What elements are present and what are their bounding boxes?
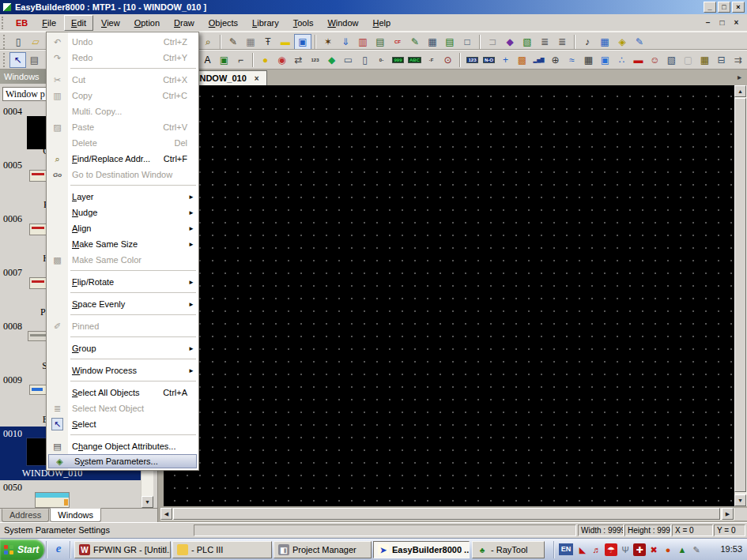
task-plc[interactable]: - PLC III [172,541,272,558]
scroll-down-icon[interactable]: ▼ [141,496,153,508]
menu-item-select[interactable]: ↖Select [47,416,198,432]
menu-item-flip-rotate[interactable]: Flip/Rotate► [47,274,198,290]
menu-item-layer[interactable]: Layer► [47,189,198,205]
menu-edit[interactable]: Edit [64,15,93,31]
recipe-table-icon[interactable]: ▤ [441,34,458,50]
canvas-vscroll-thumb[interactable] [734,98,746,492]
canvas-vscrollbar[interactable]: ▲ ▼ [734,85,747,506]
minimize-button[interactable]: _ [704,2,716,13]
menu-window[interactable]: Window [321,16,364,30]
scroll-up-icon[interactable]: ▲ [734,85,746,97]
library-bag-icon[interactable]: ◆ [501,34,519,50]
task-raytool[interactable]: ♣- RayTool [472,541,545,558]
language-indicator[interactable]: EN [559,543,573,555]
menu-item-window-process[interactable]: Window Process► [47,363,198,378]
shape-object-icon[interactable]: ⌐ [232,52,249,68]
internet-explorer-icon[interactable]: e [51,542,66,558]
cpu-settings-icon[interactable]: ▦ [424,34,441,50]
set-word-icon[interactable]: 123 [307,52,323,68]
monitor-view-icon[interactable]: □ [458,34,476,50]
numeric-display-icon[interactable]: 999 [390,52,406,68]
antivirus-umbrella-icon[interactable]: ☂ [605,543,617,556]
menu-option[interactable]: Option [128,16,166,30]
history-data-icon[interactable]: ▦ [580,52,597,68]
compile-icon[interactable]: ✶ [319,34,337,50]
tab-scroll-right-icon[interactable]: ▸ [738,73,741,81]
online-simulation-icon[interactable]: ▥ [354,34,372,50]
menu-item-nudge[interactable]: Nudge► [47,205,198,220]
menu-eb[interactable]: EB [9,16,34,30]
scroll-down-icon[interactable]: ▼ [734,494,746,506]
function-switch-icon[interactable]: ◆ [323,52,340,68]
toolbar-grip[interactable] [3,53,6,67]
start-button[interactable]: Start [0,539,44,560]
graphics-suite-icon[interactable]: ◣ [576,543,589,556]
menu-item-select-all-objects[interactable]: Select All ObjectsCtrl+A [47,385,198,400]
numeric-input-icon[interactable]: 123 [464,52,481,68]
event-display-icon[interactable]: ▧ [663,52,680,68]
menu-item-group[interactable]: Group► [47,340,198,356]
menu-file[interactable]: File [36,16,62,30]
scroll-left-icon[interactable]: ◀ [160,508,172,520]
macro-icon[interactable]: ✎ [406,34,424,50]
menu-item-system-parameters[interactable]: ◈System Parameters... [48,454,197,468]
menu-item-find-replace-addr[interactable]: ⌕Find/Replace Addr...Ctrl+F [47,151,198,167]
panel-tab-windows[interactable]: Windows [50,508,101,522]
trend-display-icon[interactable]: ≈ [564,52,580,68]
task-fpwin[interactable]: WFPWIN GR - [Untitl... [74,541,171,558]
pointer-tool-icon[interactable]: ✎ [690,543,703,556]
label-library-icon[interactable]: ▦ [596,34,613,50]
address-find-icon[interactable]: ⌕ [199,34,217,50]
picture-library-icon[interactable]: ▧ [519,34,536,50]
word-lamp-icon[interactable]: ◉ [274,52,290,68]
menu-view[interactable]: View [95,16,126,30]
alarm-bar-icon[interactable]: ▬ [630,52,647,68]
task-project-manager[interactable]: ◧Project Manager [274,541,372,558]
safely-remove-icon[interactable]: ▲ [676,543,689,556]
layers-icon[interactable]: ▣ [294,34,311,50]
direct-window-icon[interactable]: 0- [373,52,390,68]
close-button[interactable]: × [732,2,745,13]
align-snap-icon[interactable]: Ŧ [259,34,277,50]
picture-object-icon[interactable]: ▣ [216,52,232,68]
toggle-switch-icon[interactable]: ⇄ [290,52,307,68]
indirect-window-icon[interactable]: ·F [423,52,440,68]
window-tree-item-0050[interactable]: 0050 [0,480,141,508]
menu-objects[interactable]: Objects [202,16,244,30]
new-project-icon[interactable]: ▯ [9,34,27,50]
bit-lamp-icon[interactable]: ● [257,52,274,68]
ascii-switch-icon[interactable]: ▯ [357,52,373,68]
data-sampling-icon[interactable]: ⊟ [713,52,730,68]
tab-close-icon[interactable]: × [255,74,259,83]
object-attributes-icon[interactable]: ▤ [26,52,43,68]
menubar-grip-icon[interactable] [2,17,6,29]
select-arrow-icon[interactable]: ↖ [9,52,26,68]
update-ball-icon[interactable]: ● [662,543,674,556]
move-shape-icon[interactable]: + [497,52,514,68]
volume-muted-icon[interactable]: ♬ [590,543,603,556]
mdi-minimize-button[interactable]: – [702,18,714,27]
canvas-hscroll-thumb[interactable] [173,508,720,520]
scroll-right-icon[interactable]: ▶ [722,508,734,520]
wireless-signal-icon[interactable]: Ψ [619,543,632,556]
title-bar[interactable]: EasyBuilder8000 : MTP1 - [10 - WINDOW_01… [0,0,747,14]
menu-help[interactable]: Help [367,16,398,30]
operator-icon[interactable]: ☺ [647,52,663,68]
sound-library-icon[interactable]: ♪ [579,34,596,50]
mdi-close-button[interactable]: × [730,18,742,27]
bar-graph-icon[interactable]: ▂▅▇ [530,52,547,68]
task-easybuilder[interactable]: ➤EasyBuilder8000 ... [373,541,470,558]
xy-plot-icon[interactable]: ∴ [613,52,630,68]
menu-draw[interactable]: Draw [168,16,201,30]
cf-card-icon[interactable]: CF [389,34,406,50]
panel-tab-address[interactable]: Address [2,509,49,522]
mdi-restore-button[interactable]: □ [716,18,728,27]
restore-button[interactable]: □ [718,2,730,13]
import-icon[interactable]: ⊐ [484,34,501,50]
shape-library-icon[interactable]: ≣ [536,34,553,50]
fill-color-icon[interactable]: ▬ [277,34,294,50]
function-key-icon[interactable]: ▭ [340,52,357,68]
menu-item-change-object-attributes[interactable]: ▤Change Object Attributes... [47,438,198,454]
text-object-icon[interactable]: A [199,52,216,68]
meter-clock-icon[interactable]: ⊕ [547,52,564,68]
